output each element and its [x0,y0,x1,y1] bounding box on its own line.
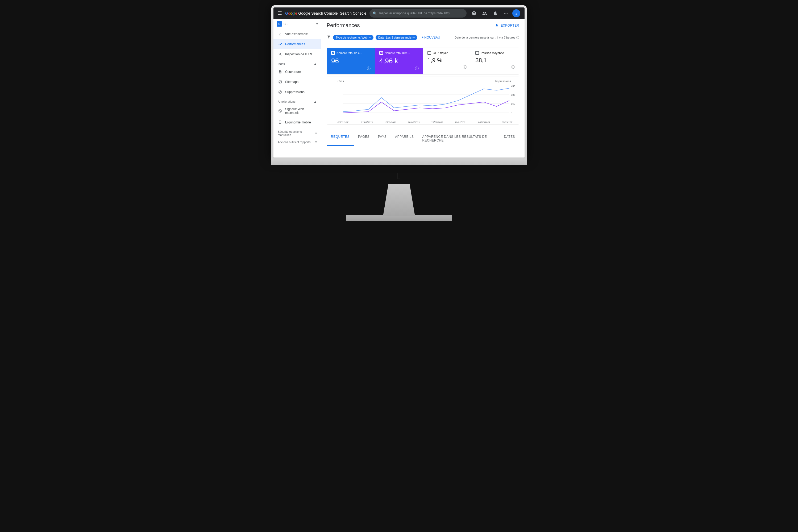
stat-position-label: Position moyenne [481,51,504,55]
sidebar-item-performances[interactable]: Performances [273,39,321,49]
filter-chip-date[interactable]: Date: Les 3 derniers mois ✏ [376,35,417,40]
svg-text:300: 300 [511,94,515,97]
tab-pays[interactable]: PAYS [374,132,391,146]
property-selector[interactable]: C C... ▾ [273,19,321,29]
suppressions-icon [278,90,283,94]
screen: ☰ Google Google Search Console Search Co… [273,7,525,157]
filter-chip-type[interactable]: Type de recherche: Web ✏ [333,35,374,40]
stats-row: ✓ Nombre total de c... 96 ⓘ ✓ Nombre [327,48,519,75]
search-bar[interactable]: 🔍 [369,9,467,18]
stat-position-checkbox [475,51,479,55]
stat-impressions-info-icon[interactable]: ⓘ [415,66,419,71]
tab-appareils[interactable]: APPAREILS [391,132,418,146]
users-button[interactable] [480,9,489,18]
sidebar-item-coverage[interactable]: Couverture [273,67,321,77]
stat-clicks-value: 96 [331,57,370,65]
performance-chart: Clics Impressions 450 300 150 [327,77,519,125]
user-avatar[interactable]: a [512,9,520,17]
filter-chip-date-edit-icon: ✏ [413,36,415,39]
stat-impressions-checkbox: ✓ [379,51,383,55]
export-button[interactable]: EXPORTER [495,23,519,28]
chart-right-axis-label: Impressions [495,79,511,83]
property-icon: C [277,21,282,26]
apple-logo:  [271,165,527,184]
sidebar-item-sitemaps[interactable]: Sitemaps [273,77,321,87]
stat-clicks-header: ✓ Nombre total de c... [331,51,370,55]
stat-impressions-label: Nombre total d'im... [385,51,410,55]
x-label-7: 08/03/2021 [502,121,514,124]
web-signals-icon [278,109,283,113]
filter-icon [327,35,331,40]
topbar: ☰ Google Google Search Console Search Co… [273,7,525,19]
help-button[interactable] [470,9,478,18]
security-section-label: Sécurité et actions manuelles [278,130,315,136]
topbar-icons: a [470,9,520,18]
stat-card-impressions[interactable]: ✓ Nombre total d'im... 4,96 k ⓘ [375,48,423,74]
svg-text:150: 150 [511,103,515,105]
tab-apparence[interactable]: APPARENCE DANS LES RÉSULTATS DE RECHERCH… [418,132,500,146]
svg-text:450: 450 [511,85,515,88]
filter-chip-date-label: Date: Les 3 derniers mois [378,36,412,39]
sidebar-label-suppressions: Suppressions [285,90,305,94]
x-label-3: 20/02/2021 [408,121,420,124]
monitor-chin [271,159,527,165]
stat-impressions-value: 4,96 k [379,57,419,65]
search-input[interactable] [379,12,463,15]
filters-bar: Type de recherche: Web ✏ Date: Les 3 der… [321,32,525,43]
stat-clicks-info-icon[interactable]: ⓘ [367,66,370,71]
stat-clicks-checkbox: ✓ [331,51,335,55]
home-icon: ⌂ [278,32,283,36]
stat-card-position[interactable]: Position moyenne 38,1 ⓘ [471,48,519,74]
sidebar-item-web-signals[interactable]: Signaux Web essentiels [273,104,321,117]
stat-clicks-footer: ⓘ [331,66,370,71]
x-label-1: 12/02/2021 [361,121,373,124]
sidebar: C C... ▾ ⌂ Vue d'ensemble Performances [273,19,321,157]
bottom-tabs: REQUÊTES PAGES PAYS APPAREILS APPARENCE … [321,128,525,146]
performance-icon [278,42,283,46]
index-chevron-icon: ▲ [314,62,317,66]
monitor-stand [271,184,527,221]
index-section-header[interactable]: Index ▲ [273,59,321,67]
svg-text:0: 0 [331,111,332,114]
stat-ctr-checkbox [428,51,431,55]
security-section-header[interactable]: Sécurité et actions manuelles ▾ [273,128,321,137]
stat-ctr-footer: ⓘ [428,65,467,70]
ameliorations-section-header[interactable]: Améliorations ▲ [273,97,321,104]
stat-position-footer: ⓘ [475,65,515,70]
mobile-icon [278,120,283,125]
stat-impressions-footer: ⓘ [379,66,419,71]
tab-dates[interactable]: DATES [499,132,519,146]
content-header: Performances EXPORTER [321,19,525,32]
notifications-button[interactable] [491,9,499,18]
sidebar-item-suppressions[interactable]: Suppressions [273,87,321,97]
stat-position-info-icon[interactable]: ⓘ [511,65,515,70]
property-name: C... [284,22,315,25]
stat-ctr-info-icon[interactable]: ⓘ [463,65,467,70]
stat-card-clicks[interactable]: ✓ Nombre total de c... 96 ⓘ [327,48,375,74]
old-tools-section-header[interactable]: Anciens outils et rapports ▾ [273,137,321,145]
page-title: Performances [327,22,360,28]
sidebar-label-mobile: Ergonomie mobile [285,120,311,124]
x-label-6: 04/03/2021 [478,121,490,124]
hamburger-icon[interactable]: ☰ [278,11,282,16]
sidebar-item-mobile[interactable]: Ergonomie mobile [273,117,321,128]
x-label-5: 28/02/2021 [455,121,467,124]
sitemaps-icon [278,79,283,84]
tab-pages[interactable]: PAGES [354,132,374,146]
new-filter-button[interactable]: + NOUVEAU [419,35,442,40]
ameliorations-section-label: Améliorations [278,100,296,103]
sidebar-item-url-inspection[interactable]: Inspection de l'URL [273,49,321,59]
chart-left-axis-label: Clics [338,79,344,83]
apps-button[interactable] [502,9,510,18]
old-tools-section-label: Anciens outils et rapports [278,140,311,144]
stat-position-header: Position moyenne [475,51,515,55]
stat-ctr-value: 1,9 % [428,57,467,64]
sidebar-label-web-signals: Signaux Web essentiels [285,107,317,115]
stat-card-ctr[interactable]: CTR moyen 1,9 % ⓘ [423,48,471,74]
last-update-help-icon: ⓘ [516,36,519,40]
monitor: ☰ Google Google Search Console Search Co… [271,5,527,159]
sidebar-item-overview[interactable]: ⌂ Vue d'ensemble [273,29,321,39]
export-label: EXPORTER [500,24,519,27]
search-icon-nav [278,52,283,57]
tab-requetes[interactable]: REQUÊTES [327,132,354,146]
